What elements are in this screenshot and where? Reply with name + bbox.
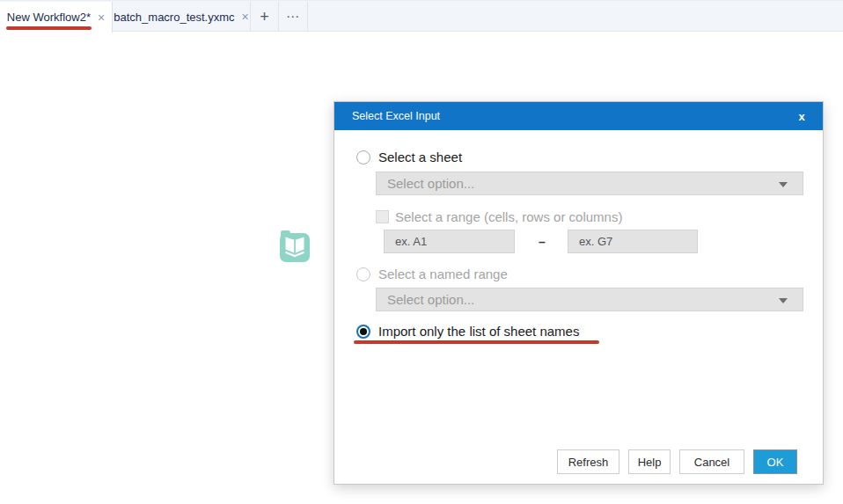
- dialog-close-icon[interactable]: x: [792, 106, 811, 126]
- tab-bar: New Workflow2* × batch_macro_test.yxmc ×…: [0, 0, 843, 32]
- cancel-button[interactable]: Cancel: [679, 449, 744, 474]
- tab-label: batch_macro_test.yxmc: [114, 11, 234, 24]
- tab-batch-macro-test[interactable]: batch_macro_test.yxmc ×: [113, 2, 251, 32]
- open-book-icon: [279, 230, 311, 263]
- annotation-underline-option: [354, 340, 599, 344]
- sheet-dropdown: Select option...: [376, 172, 803, 195]
- close-tab-icon[interactable]: ×: [242, 11, 249, 23]
- range-to-input: [568, 230, 698, 253]
- named-range-option: Select a named range: [356, 267, 508, 281]
- sheet-names-option[interactable]: Import only the list of sheet names: [356, 324, 579, 339]
- select-sheet-option[interactable]: Select a sheet: [356, 150, 462, 164]
- new-tab-button[interactable]: +: [251, 2, 279, 32]
- sheet-dropdown-placeholder: Select option...: [387, 176, 474, 191]
- named-range-label: Select a named range: [378, 267, 508, 281]
- named-range-dropdown: Select option...: [376, 288, 803, 311]
- range-separator: –: [535, 230, 549, 253]
- dialog-title: Select Excel Input: [352, 110, 440, 122]
- select-sheet-label: Select a sheet: [378, 150, 462, 164]
- ok-button[interactable]: OK: [753, 449, 797, 474]
- refresh-button[interactable]: Refresh: [557, 449, 619, 474]
- named-range-radio: [356, 267, 370, 281]
- chevron-down-icon: [779, 182, 788, 187]
- annotation-underline-tab: [6, 26, 92, 30]
- help-button[interactable]: Help: [628, 449, 671, 474]
- close-tab-icon[interactable]: ×: [98, 11, 105, 24]
- chevron-down-icon: [779, 298, 788, 303]
- select-sheet-radio[interactable]: [356, 150, 370, 164]
- named-range-dropdown-placeholder: Select option...: [387, 292, 474, 307]
- range-from-input: [384, 230, 515, 253]
- tab-label: New Workflow2*: [7, 11, 91, 24]
- select-range-checkbox: [376, 210, 389, 223]
- select-range-option: Select a range (cells, rows or columns): [376, 209, 622, 224]
- select-excel-input-dialog: Select Excel Input x Select a sheet Sele…: [334, 101, 824, 485]
- select-range-label: Select a range (cells, rows or columns): [395, 209, 622, 224]
- tab-overflow-button[interactable]: ⋯: [279, 2, 308, 32]
- tab-new-workflow[interactable]: New Workflow2* ×: [0, 2, 113, 33]
- sheet-names-radio[interactable]: [356, 325, 370, 339]
- excel-sheet-names-tool-icon[interactable]: [279, 230, 311, 263]
- sheet-names-label: Import only the list of sheet names: [378, 324, 579, 339]
- dialog-header[interactable]: Select Excel Input x: [334, 102, 823, 130]
